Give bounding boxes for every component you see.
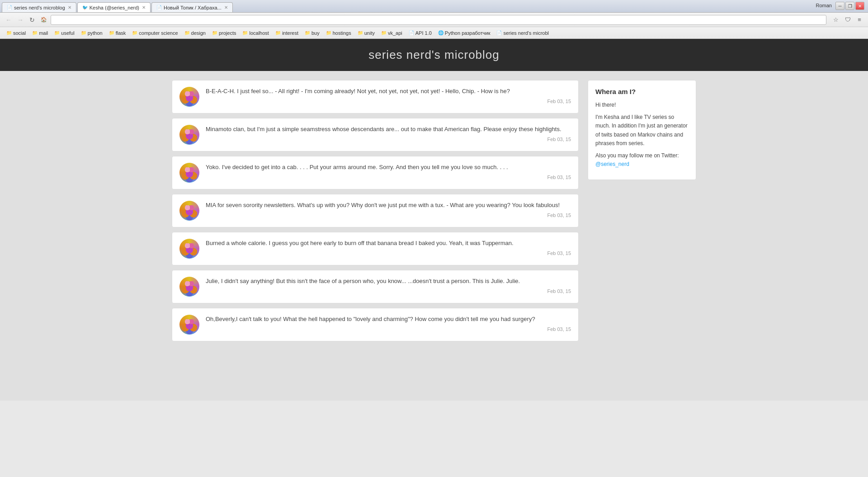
bookmark-folder-icon: 📁 <box>275 30 281 35</box>
close-button[interactable]: ✕ <box>855 2 864 10</box>
bookmark-series-nerd's-microbl[interactable]: 📄series nerd's microbl <box>494 29 552 37</box>
avatar <box>179 163 199 183</box>
bookmark-label: python <box>88 30 103 36</box>
sidebar: Whera am I? Hi there! I'm Kesha and I li… <box>588 80 696 341</box>
sidebar-desc1: I'm Kesha and I like TV series so much. … <box>595 113 689 148</box>
post-card: B-E-A-C-H. I just feel so... - All right… <box>172 80 579 113</box>
bookmark-vk_api[interactable]: 📁vk_api <box>378 29 405 37</box>
sidebar-title: Whera am I? <box>595 88 689 95</box>
bookmark-folder-icon: 🌐 <box>438 30 443 35</box>
address-bar[interactable] <box>51 15 826 25</box>
home-button[interactable]: 🏠 <box>39 15 49 25</box>
post-content: Julie, I didn't say anything! But this i… <box>206 277 571 294</box>
bookmark-unity[interactable]: 📁unity <box>355 29 377 37</box>
titlebar: 📄series nerd's microblog✕🐦Kesha (@series… <box>0 0 868 13</box>
post-text: MIA for seven sorority newsletters. What… <box>206 201 571 210</box>
window-controls: ─ ❐ ✕ <box>835 2 864 10</box>
bookmark-label: vk_api <box>388 30 402 36</box>
post-content: Yoko. I've decided to get into a cab. . … <box>206 163 571 180</box>
bookmark-hostings[interactable]: 📁hostings <box>323 29 354 37</box>
bookmark-label: useful <box>61 30 74 36</box>
back-button[interactable]: ← <box>4 15 14 25</box>
bookmark-folder-icon: 📁 <box>184 30 190 35</box>
tabs-container: 📄series nerd's microblog✕🐦Kesha (@series… <box>2 2 234 12</box>
sidebar-text: Hi there! I'm Kesha and I like TV series… <box>595 101 689 169</box>
twitter-link[interactable]: @series_nerd <box>595 161 629 167</box>
bookmark-folder-icon: 📁 <box>132 30 137 35</box>
post-date: Feb 03, 15 <box>206 326 571 332</box>
post-date: Feb 03, 15 <box>206 137 571 142</box>
browser-window: 📄series nerd's microblog✕🐦Kesha (@series… <box>0 0 868 477</box>
bookmark-folder-icon: 📁 <box>326 30 331 35</box>
bookmark-label: projects <box>219 30 236 36</box>
bookmark-python[interactable]: 📁python <box>78 29 105 37</box>
bookmark-label: flask <box>116 30 126 36</box>
post-content: B-E-A-C-H. I just feel so... - All right… <box>206 87 571 104</box>
bookmark-folder-icon: 📁 <box>381 30 387 35</box>
bookmark-mail[interactable]: 📁mail <box>29 29 51 37</box>
bookmark-label: Python разработчик <box>445 30 491 36</box>
sidebar-card: Whera am I? Hi there! I'm Kesha and I li… <box>588 80 696 180</box>
bookmark-label: unity <box>364 30 375 36</box>
bookmark-computer-science[interactable]: 📁computer science <box>129 29 180 37</box>
minimize-button[interactable]: ─ <box>835 2 844 10</box>
forward-button[interactable]: → <box>15 15 25 25</box>
avatar <box>179 239 199 259</box>
bookmark-folder-icon: 📁 <box>81 30 86 35</box>
avatar <box>179 277 199 297</box>
post-text: B-E-A-C-H. I just feel so... - All right… <box>206 87 571 96</box>
post-text: Burned a whole calorie. I guess you got … <box>206 239 571 248</box>
bookmark-design[interactable]: 📁design <box>182 29 208 37</box>
browser-tab-tab3[interactable]: 📄Новый Топик / Хабраха...✕ <box>151 2 233 12</box>
bookmark-folder-icon: 📁 <box>32 30 38 35</box>
post-text: Minamoto clan, but I'm just a simple sea… <box>206 125 571 134</box>
bookmark-interest[interactable]: 📁interest <box>273 29 301 37</box>
bookmark-folder-icon: 📁 <box>358 30 363 35</box>
post-date: Feb 03, 15 <box>206 288 571 294</box>
bookmark-folder-icon: 📁 <box>54 30 60 35</box>
page-title: series nerd's microblog <box>368 48 500 61</box>
tab-label: Kesha (@series_nerd) <box>90 5 139 10</box>
post-card: Yoko. I've decided to get into a cab. . … <box>172 156 579 189</box>
avatar <box>179 87 199 107</box>
browser-toolbar: ← → ↻ 🏠 ☆ 🛡 ≡ <box>0 13 868 27</box>
page-header: series nerd's microblog <box>0 39 868 71</box>
tab-close-button[interactable]: ✕ <box>68 5 71 10</box>
bookmark-flask[interactable]: 📁flask <box>106 29 129 37</box>
shield-button[interactable]: 🛡 <box>843 15 853 25</box>
post-content: Minamoto clan, but I'm just a simple sea… <box>206 125 571 142</box>
bookmark-label: API 1.0 <box>415 30 432 36</box>
bookmark-buy[interactable]: 📁buy <box>302 29 322 37</box>
tab-close-button[interactable]: ✕ <box>142 5 146 10</box>
bookmark-api-1.0[interactable]: 📄API 1.0 <box>406 29 434 37</box>
sidebar-desc2: Also you may follow me on Twitter: @seri… <box>595 151 689 169</box>
bookmark-label: interest <box>282 30 298 36</box>
bookmarks-bar: 📁social📁mail📁useful📁python📁flask📁compute… <box>0 27 868 39</box>
bookmark-social[interactable]: 📁social <box>4 29 28 37</box>
bookmark-folder-icon: 📄 <box>496 30 502 35</box>
bookmark-folder-icon: 📁 <box>305 30 310 35</box>
post-content: Oh,Beverly,I can't talk to you! What the… <box>206 315 571 332</box>
bookmark-python-разработчик[interactable]: 🌐Python разработчик <box>435 29 493 37</box>
avatar <box>179 315 199 335</box>
browser-tab-tab2[interactable]: 🐦Kesha (@series_nerd)✕ <box>77 2 151 12</box>
bookmark-folder-icon: 📁 <box>242 30 248 35</box>
bookmark-label: design <box>191 30 206 36</box>
reload-button[interactable]: ↻ <box>27 15 37 25</box>
post-card: Julie, I didn't say anything! But this i… <box>172 270 579 303</box>
browser-tab-tab1[interactable]: 📄series nerd's microblog✕ <box>2 2 76 12</box>
bookmark-projects[interactable]: 📁projects <box>209 29 239 37</box>
post-card: Minamoto clan, but I'm just a simple sea… <box>172 118 579 151</box>
menu-button[interactable]: ≡ <box>854 15 864 25</box>
star-button[interactable]: ☆ <box>831 15 841 25</box>
bookmark-folder-icon: 📁 <box>6 30 12 35</box>
bookmark-localhost[interactable]: 📁localhost <box>240 29 271 37</box>
restore-button[interactable]: ❐ <box>845 2 854 10</box>
tab-close-button[interactable]: ✕ <box>224 5 228 10</box>
bookmark-label: mail <box>39 30 48 36</box>
user-label: Roman <box>816 3 832 8</box>
post-text: Oh,Beverly,I can't talk to you! What the… <box>206 315 571 324</box>
browser-actions: ☆ 🛡 ≡ <box>831 15 864 25</box>
bookmark-useful[interactable]: 📁useful <box>52 29 77 37</box>
bookmark-folder-icon: 📁 <box>212 30 217 35</box>
